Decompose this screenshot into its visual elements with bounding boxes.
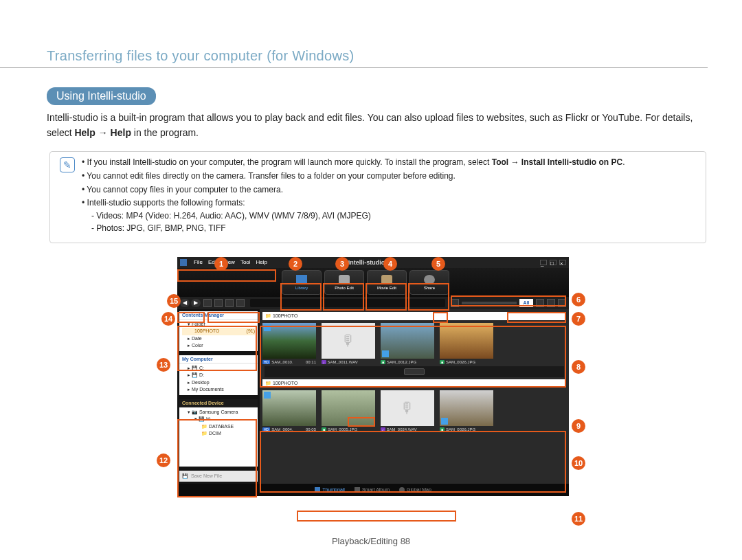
titlebar: File Edit View Tool Help Intelli-studio … xyxy=(177,257,569,268)
share-label: Share xyxy=(424,286,435,290)
intro-paragraph: Intelli-studio is a built-in program tha… xyxy=(47,111,708,140)
thumb-8[interactable]: ■SAM_0026.JPG xyxy=(440,390,493,432)
app-footer: Thumbnail Smart Album Global Map xyxy=(177,484,569,496)
dcim-folder[interactable]: 📁 DCIM xyxy=(182,430,255,438)
intro-arrow: → xyxy=(98,127,111,138)
save-label: Save New File xyxy=(191,473,222,478)
callout-5: 5 xyxy=(431,257,445,271)
photo-edit-icon xyxy=(339,275,350,284)
drive-h[interactable]: ▾ 💾 H: xyxy=(182,416,255,423)
save-new-file[interactable]: 💾 Save New File xyxy=(179,471,258,482)
pane-divider[interactable] xyxy=(265,366,564,377)
menu-tool[interactable]: Tool xyxy=(240,259,251,265)
folder-bar-bottom[interactable]: 100PHOTO xyxy=(262,379,566,388)
hl-11 xyxy=(297,511,456,522)
thumb-3[interactable]: ■SAM_0012.JPG xyxy=(381,323,434,364)
footer-smart-album[interactable]: Smart Album xyxy=(355,487,390,493)
callout-7: 7 xyxy=(572,312,585,326)
main-toolbar: Library Photo Edit Movie Edit Share xyxy=(177,268,569,297)
thumb-2[interactable]: ♪SAM_0011.WAV xyxy=(322,323,375,364)
app-brand: Intelli-studio xyxy=(348,259,385,266)
close-icon[interactable]: × xyxy=(559,260,566,265)
note-item-2: You cannot edit files directly on the ca… xyxy=(82,170,625,183)
library-icon xyxy=(296,275,307,284)
minimize-icon[interactable]: _ xyxy=(540,260,547,265)
maximize-icon[interactable]: □ xyxy=(550,260,556,265)
path-bar[interactable] xyxy=(250,299,445,307)
tool-1-icon[interactable] xyxy=(203,299,212,307)
callout-9: 9 xyxy=(572,419,585,433)
callout-10: 10 xyxy=(572,456,585,470)
thumb-7[interactable]: ♪SAM_0024.WAV xyxy=(381,390,434,432)
callout-12: 12 xyxy=(157,453,170,467)
connected-device-panel: Connected Device ▾ 📷 Samsung Camera ▾ 💾 … xyxy=(179,399,258,467)
contents-date[interactable]: ▸ Date xyxy=(182,335,255,343)
format-videos: Videos: MP4 (Video: H.264, Audio: AAC), … xyxy=(91,210,625,223)
drive-d[interactable]: ▸ 💾 D: xyxy=(182,372,255,379)
intro-bold-help2: Help xyxy=(111,127,131,138)
hd-badge-icon xyxy=(441,418,448,425)
share-icon xyxy=(424,275,435,284)
section-chip: Using Intelli-studio xyxy=(47,87,156,105)
movie-edit-label: Movie Edit xyxy=(377,286,396,290)
thumbnail-row-bottom: HDSAM_0004.00:05 ■SAM_0005.JPG ♪SAM_0024… xyxy=(262,390,566,432)
database-folder[interactable]: 📁 DATABASE xyxy=(182,423,255,431)
app-logo-icon xyxy=(180,259,187,266)
format-photos: Photos: JPG, GIF, BMP, PNG, TIFF xyxy=(91,222,625,235)
filter-video-icon[interactable] xyxy=(547,299,555,307)
contents-color[interactable]: ▸ Color xyxy=(182,342,255,350)
share-button[interactable]: Share xyxy=(409,270,449,295)
desktop-item[interactable]: ▸ Desktop xyxy=(182,379,255,387)
note-list: If you install Intelli-studio on your co… xyxy=(82,156,625,236)
menu-bar: File Edit View Tool Help xyxy=(194,259,267,265)
format-sublist: Videos: MP4 (Video: H.264, Audio: AAC), … xyxy=(82,210,625,235)
tool-2-icon[interactable] xyxy=(214,299,223,307)
menu-help[interactable]: Help xyxy=(256,259,267,265)
thumb-4[interactable]: ■SAM_0026.JPG xyxy=(440,323,493,364)
view-tool-icon[interactable] xyxy=(451,299,459,307)
contents-folder[interactable]: ▾ Folder xyxy=(182,321,255,328)
callout-1: 1 xyxy=(214,257,228,271)
movie-edit-button[interactable]: Movie Edit xyxy=(367,270,407,295)
filter-audio-icon[interactable] xyxy=(558,299,566,307)
nav-back-button[interactable]: ◀ xyxy=(180,299,190,307)
callout-14: 14 xyxy=(161,312,175,326)
nav-fwd-button[interactable]: ▶ xyxy=(191,299,201,307)
intro-suffix: in the program. xyxy=(134,127,199,138)
photo-edit-button[interactable]: Photo Edit xyxy=(324,270,364,295)
filter-photo-icon[interactable] xyxy=(536,299,544,307)
connected-header: Connected Device xyxy=(179,399,258,407)
photo-edit-label: Photo Edit xyxy=(335,286,354,290)
grip-icon xyxy=(404,368,425,375)
zoom-slider[interactable] xyxy=(462,302,517,304)
library-button[interactable]: Library xyxy=(282,270,322,295)
thumb-6[interactable]: ■SAM_0005.JPG xyxy=(322,390,375,432)
contents-100photo[interactable]: 100PHOTO (91) xyxy=(182,328,255,335)
note-item-4: Intelli-studio supports the following fo… xyxy=(82,197,625,235)
intelli-studio-window: File Edit View Tool Help Intelli-studio … xyxy=(177,257,569,496)
note-item-1: If you install Intelli-studio on your co… xyxy=(82,156,625,169)
folder-bar-top[interactable]: 100PHOTO xyxy=(262,312,566,320)
mydocs-item[interactable]: ▸ My Documents xyxy=(182,386,255,394)
intro-bold-help1: Help xyxy=(74,127,95,138)
contents-header: Contents Manager xyxy=(179,311,258,320)
hd-badge-icon xyxy=(264,392,271,399)
footer-global-map[interactable]: Global Map xyxy=(399,487,431,493)
thumb-5[interactable]: HDSAM_0004.00:05 xyxy=(262,390,316,432)
thumbnail-icon xyxy=(315,487,320,493)
smart-album-icon xyxy=(355,487,360,493)
callout-8: 8 xyxy=(572,360,585,374)
filter-all-button[interactable]: All xyxy=(519,299,533,307)
tool-4-icon[interactable] xyxy=(236,299,245,307)
menu-file[interactable]: File xyxy=(194,259,203,265)
tool-3-icon[interactable] xyxy=(225,299,234,307)
callout-6: 6 xyxy=(572,293,585,306)
mypc-header: My Computer xyxy=(179,355,258,363)
thumb-1[interactable]: HDSAM_0010.00:11 xyxy=(262,323,316,364)
callout-11: 11 xyxy=(572,512,585,526)
drive-c[interactable]: ▸ 💾 C: xyxy=(182,365,255,372)
callout-4: 4 xyxy=(383,257,397,271)
note-icon: ✎ xyxy=(60,157,75,172)
samsung-camera[interactable]: ▾ 📷 Samsung Camera xyxy=(182,409,255,416)
footer-thumbnail[interactable]: Thumbnail xyxy=(315,487,345,493)
